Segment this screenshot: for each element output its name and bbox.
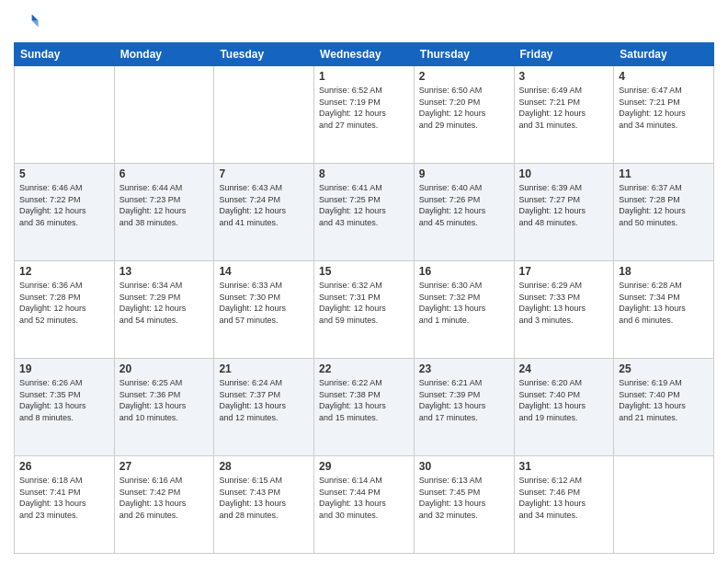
calendar-cell: 2Sunrise: 6:50 AM Sunset: 7:20 PM Daylig… [414,66,514,164]
day-number: 29 [319,460,409,473]
header [14,9,714,35]
day-info: Sunrise: 6:28 AM Sunset: 7:34 PM Dayligh… [619,280,709,326]
day-number: 4 [619,70,709,83]
day-info: Sunrise: 6:24 AM Sunset: 7:37 PM Dayligh… [219,377,309,423]
day-number: 27 [119,460,210,473]
calendar-cell [214,66,314,164]
day-info: Sunrise: 6:40 AM Sunset: 7:26 PM Dayligh… [419,182,509,228]
day-info: Sunrise: 6:25 AM Sunset: 7:36 PM Dayligh… [119,377,210,423]
calendar-cell: 7Sunrise: 6:43 AM Sunset: 7:24 PM Daylig… [214,164,314,261]
calendar-week-5: 26Sunrise: 6:18 AM Sunset: 7:41 PM Dayli… [15,456,714,554]
day-number: 20 [119,362,210,375]
calendar-cell [15,66,115,164]
col-header-thursday: Thursday [414,43,514,66]
calendar-cell: 9Sunrise: 6:40 AM Sunset: 7:26 PM Daylig… [414,164,514,261]
calendar-cell: 5Sunrise: 6:46 AM Sunset: 7:22 PM Daylig… [15,164,115,261]
calendar-cell: 19Sunrise: 6:26 AM Sunset: 7:35 PM Dayli… [15,359,115,456]
calendar-cell: 6Sunrise: 6:44 AM Sunset: 7:23 PM Daylig… [114,164,214,261]
day-info: Sunrise: 6:47 AM Sunset: 7:21 PM Dayligh… [619,85,709,131]
day-number: 26 [19,460,109,473]
calendar-cell: 15Sunrise: 6:32 AM Sunset: 7:31 PM Dayli… [314,261,415,359]
day-number: 10 [519,167,609,180]
calendar-table: SundayMondayTuesdayWednesdayThursdayFrid… [14,42,714,554]
svg-marker-1 [32,21,39,28]
calendar-cell: 28Sunrise: 6:15 AM Sunset: 7:43 PM Dayli… [214,456,314,554]
day-number: 24 [519,362,609,375]
col-header-friday: Friday [514,43,614,66]
day-info: Sunrise: 6:43 AM Sunset: 7:24 PM Dayligh… [219,182,309,228]
calendar-cell: 8Sunrise: 6:41 AM Sunset: 7:25 PM Daylig… [314,164,415,261]
day-number: 8 [319,167,409,180]
calendar-cell: 23Sunrise: 6:21 AM Sunset: 7:39 PM Dayli… [414,359,514,456]
day-info: Sunrise: 6:19 AM Sunset: 7:40 PM Dayligh… [619,377,709,423]
day-number: 21 [219,362,309,375]
calendar-week-3: 12Sunrise: 6:36 AM Sunset: 7:28 PM Dayli… [15,261,714,359]
day-number: 12 [19,265,109,278]
day-info: Sunrise: 6:16 AM Sunset: 7:42 PM Dayligh… [119,475,210,521]
calendar-cell: 24Sunrise: 6:20 AM Sunset: 7:40 PM Dayli… [514,359,614,456]
calendar-header-row: SundayMondayTuesdayWednesdayThursdayFrid… [15,43,714,66]
day-info: Sunrise: 6:34 AM Sunset: 7:29 PM Dayligh… [119,280,210,326]
day-number: 19 [19,362,109,375]
day-info: Sunrise: 6:26 AM Sunset: 7:35 PM Dayligh… [19,377,109,423]
calendar-cell: 22Sunrise: 6:22 AM Sunset: 7:38 PM Dayli… [314,359,415,456]
calendar-cell: 4Sunrise: 6:47 AM Sunset: 7:21 PM Daylig… [614,66,714,164]
day-number: 16 [419,265,509,278]
page: SundayMondayTuesdayWednesdayThursdayFrid… [0,0,728,563]
calendar-cell: 16Sunrise: 6:30 AM Sunset: 7:32 PM Dayli… [414,261,514,359]
day-info: Sunrise: 6:50 AM Sunset: 7:20 PM Dayligh… [419,85,509,131]
day-info: Sunrise: 6:14 AM Sunset: 7:44 PM Dayligh… [319,475,409,521]
day-info: Sunrise: 6:36 AM Sunset: 7:28 PM Dayligh… [19,280,109,326]
day-number: 6 [119,167,210,180]
calendar-cell: 26Sunrise: 6:18 AM Sunset: 7:41 PM Dayli… [15,456,115,554]
day-info: Sunrise: 6:39 AM Sunset: 7:27 PM Dayligh… [519,182,609,228]
day-info: Sunrise: 6:12 AM Sunset: 7:46 PM Dayligh… [519,475,609,521]
day-number: 13 [119,265,210,278]
day-info: Sunrise: 6:46 AM Sunset: 7:22 PM Dayligh… [19,182,109,228]
logo-icon [14,9,40,35]
calendar-cell: 30Sunrise: 6:13 AM Sunset: 7:45 PM Dayli… [414,456,514,554]
calendar-week-2: 5Sunrise: 6:46 AM Sunset: 7:22 PM Daylig… [15,164,714,261]
calendar-cell: 14Sunrise: 6:33 AM Sunset: 7:30 PM Dayli… [214,261,314,359]
calendar-cell: 17Sunrise: 6:29 AM Sunset: 7:33 PM Dayli… [514,261,614,359]
day-number: 23 [419,362,509,375]
day-info: Sunrise: 6:20 AM Sunset: 7:40 PM Dayligh… [519,377,609,423]
day-number: 5 [19,167,109,180]
calendar-cell: 13Sunrise: 6:34 AM Sunset: 7:29 PM Dayli… [114,261,214,359]
calendar-week-4: 19Sunrise: 6:26 AM Sunset: 7:35 PM Dayli… [15,359,714,456]
day-info: Sunrise: 6:52 AM Sunset: 7:19 PM Dayligh… [319,85,409,131]
day-number: 22 [319,362,409,375]
col-header-monday: Monday [114,43,214,66]
day-number: 7 [219,167,309,180]
day-info: Sunrise: 6:21 AM Sunset: 7:39 PM Dayligh… [419,377,509,423]
day-info: Sunrise: 6:22 AM Sunset: 7:38 PM Dayligh… [319,377,409,423]
calendar-cell: 20Sunrise: 6:25 AM Sunset: 7:36 PM Dayli… [114,359,214,456]
day-number: 15 [319,265,409,278]
day-number: 31 [519,460,609,473]
calendar-cell: 10Sunrise: 6:39 AM Sunset: 7:27 PM Dayli… [514,164,614,261]
calendar-cell: 21Sunrise: 6:24 AM Sunset: 7:37 PM Dayli… [214,359,314,456]
day-info: Sunrise: 6:15 AM Sunset: 7:43 PM Dayligh… [219,475,309,521]
day-info: Sunrise: 6:13 AM Sunset: 7:45 PM Dayligh… [419,475,509,521]
calendar-cell: 18Sunrise: 6:28 AM Sunset: 7:34 PM Dayli… [614,261,714,359]
day-info: Sunrise: 6:37 AM Sunset: 7:28 PM Dayligh… [619,182,709,228]
col-header-wednesday: Wednesday [314,43,415,66]
calendar-cell: 12Sunrise: 6:36 AM Sunset: 7:28 PM Dayli… [15,261,115,359]
day-number: 1 [319,70,409,83]
calendar-cell: 25Sunrise: 6:19 AM Sunset: 7:40 PM Dayli… [614,359,714,456]
day-info: Sunrise: 6:41 AM Sunset: 7:25 PM Dayligh… [319,182,409,228]
calendar-cell: 31Sunrise: 6:12 AM Sunset: 7:46 PM Dayli… [514,456,614,554]
day-number: 2 [419,70,509,83]
day-number: 28 [219,460,309,473]
day-info: Sunrise: 6:30 AM Sunset: 7:32 PM Dayligh… [419,280,509,326]
calendar-cell: 27Sunrise: 6:16 AM Sunset: 7:42 PM Dayli… [114,456,214,554]
col-header-saturday: Saturday [614,43,714,66]
day-number: 11 [619,167,709,180]
day-info: Sunrise: 6:33 AM Sunset: 7:30 PM Dayligh… [219,280,309,326]
day-number: 25 [619,362,709,375]
day-number: 9 [419,167,509,180]
day-number: 30 [419,460,509,473]
calendar-week-1: 1Sunrise: 6:52 AM Sunset: 7:19 PM Daylig… [15,66,714,164]
calendar-cell: 3Sunrise: 6:49 AM Sunset: 7:21 PM Daylig… [514,66,614,164]
day-info: Sunrise: 6:44 AM Sunset: 7:23 PM Dayligh… [119,182,210,228]
